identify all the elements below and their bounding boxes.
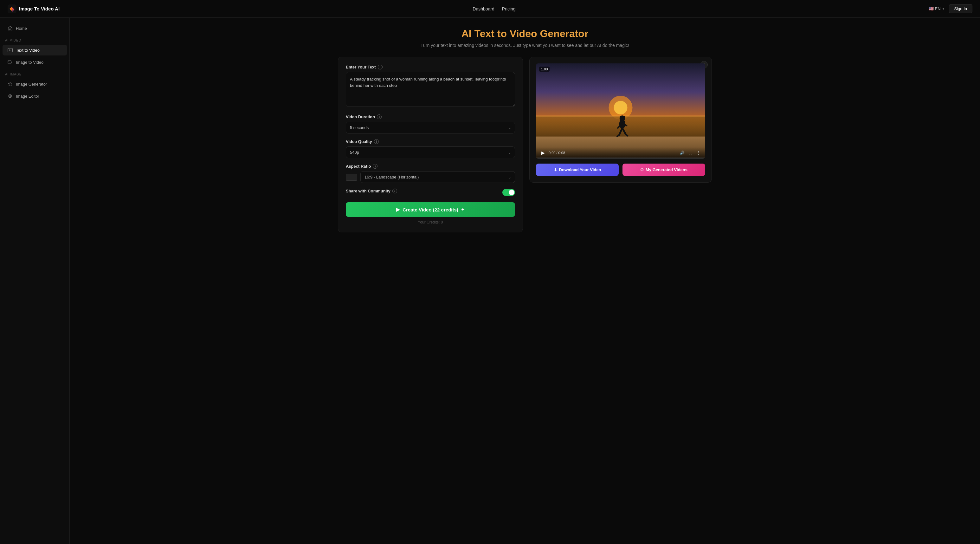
my-generated-videos-button[interactable]: ⊙ My Generated Videos	[622, 164, 705, 176]
text-info-icon[interactable]: i	[378, 65, 383, 69]
home-icon	[8, 26, 13, 31]
header: Image To Video AI Dashboard Pricing 🇺🇸 E…	[0, 0, 980, 18]
svg-point-11	[614, 101, 628, 115]
video-card: ✕	[529, 57, 712, 183]
main-content: AI Text to Video Generator Turn your tex…	[70, 18, 980, 544]
cards-row: Enter Your Text i Video Duration i 5 sec…	[338, 57, 712, 232]
my-videos-label: My Generated Videos	[646, 167, 687, 172]
quality-info-icon[interactable]: i	[374, 139, 379, 144]
logo[interactable]: Image To Video AI	[8, 5, 60, 13]
fullscreen-button[interactable]: ⛶	[687, 150, 693, 156]
header-nav: Dashboard Pricing	[473, 6, 515, 11]
header-right: 🇺🇸 EN ▼ Sign In	[929, 4, 972, 13]
download-label: Download Your Video	[559, 167, 601, 172]
duration-select[interactable]: 5 seconds 10 seconds 15 seconds	[346, 122, 515, 134]
create-play-icon: ▶	[396, 207, 400, 212]
sidebar-item-image-to-video[interactable]: Image to Video	[3, 57, 67, 68]
svg-point-17	[620, 115, 625, 119]
play-button[interactable]: ▶	[540, 150, 546, 156]
nav-pricing[interactable]: Pricing	[502, 6, 515, 11]
duration-group: Video Duration i 5 seconds 10 seconds 15…	[346, 115, 515, 134]
quality-select[interactable]: 540p 720p 1080p	[346, 146, 515, 158]
sidebar-section-ai-video: AI VIDEO	[0, 35, 69, 43]
aspect-group: Aspect Ratio i 16:9 - Landscape (Horizon…	[346, 164, 515, 183]
sidebar-item-image-editor[interactable]: Image Editor	[3, 91, 67, 102]
progress-bar[interactable]	[536, 157, 705, 159]
download-icon: ⬇	[554, 167, 557, 172]
aspect-info-icon[interactable]: i	[373, 164, 377, 169]
action-buttons: ⬇ Download Your Video ⊙ My Generated Vid…	[536, 164, 705, 176]
video-controls: ▶ 0:00 / 0:08 🔊 ⛶ ⋮	[536, 147, 705, 159]
image-editor-icon	[8, 94, 13, 99]
sidebar-image-editor-label: Image Editor	[16, 94, 39, 99]
logo-text: Image To Video AI	[19, 6, 60, 11]
aspect-select[interactable]: 16:9 - Landscape (Horizontal) 9:16 - Por…	[360, 171, 515, 183]
nav-dashboard[interactable]: Dashboard	[473, 6, 495, 11]
quality-group: Video Quality i 540p 720p 1080p	[346, 139, 515, 158]
quality-select-wrapper: 540p 720p 1080p	[346, 146, 515, 158]
text-input[interactable]	[346, 72, 515, 107]
text-label: Enter Your Text i	[346, 65, 515, 69]
sidebar-image-to-video-label: Image to Video	[16, 60, 43, 65]
video-timestamp: 1.00	[539, 67, 550, 72]
page-subtitle: Turn your text into amazing videos in se…	[421, 43, 629, 48]
page-title: AI Text to Video Generator	[461, 28, 589, 40]
svg-point-6	[10, 95, 11, 97]
share-info-icon[interactable]: i	[392, 189, 397, 193]
lang-text: 🇺🇸 EN	[929, 6, 941, 11]
svg-point-5	[8, 94, 12, 98]
chevron-down-icon: ▼	[942, 7, 945, 11]
credits-display: Your Credits: 0	[346, 220, 515, 224]
image-video-icon	[8, 60, 13, 65]
download-button[interactable]: ⬇ Download Your Video	[536, 164, 619, 176]
sign-in-button[interactable]: Sign In	[949, 4, 972, 13]
volume-button[interactable]: 🔊	[679, 150, 685, 156]
logo-icon	[8, 5, 16, 13]
aspect-preview	[346, 174, 357, 181]
duration-label: Video Duration i	[346, 115, 515, 119]
quality-label: Video Quality i	[346, 139, 515, 144]
share-toggle[interactable]	[502, 189, 515, 196]
my-videos-icon: ⊙	[640, 167, 644, 172]
share-row: Share with Community i	[346, 189, 515, 196]
svg-point-3	[8, 61, 9, 62]
create-video-button[interactable]: ▶ Create Video (22 credits) ✦	[346, 202, 515, 217]
create-sparkle-icon: ✦	[461, 207, 465, 212]
create-button-label: Create Video (22 credits)	[402, 207, 458, 212]
aspect-label: Aspect Ratio i	[346, 164, 515, 169]
sidebar: Home AI VIDEO Text to Video Image to Vid…	[0, 18, 70, 544]
form-card: Enter Your Text i Video Duration i 5 sec…	[338, 57, 523, 232]
text-video-icon	[8, 48, 13, 52]
lang-selector[interactable]: 🇺🇸 EN ▼	[929, 6, 945, 11]
aspect-ratio-wrapper: 16:9 - Landscape (Horizontal) 9:16 - Por…	[346, 171, 515, 183]
sidebar-image-generator-label: Image Generator	[16, 82, 47, 87]
video-player: 1.00 ▶ 0:00 / 0:08 🔊 ⛶ ⋮	[536, 64, 705, 159]
sidebar-item-home[interactable]: Home	[3, 23, 67, 33]
video-time: 0:00 / 0:08	[549, 151, 677, 155]
sidebar-text-to-video-label: Text to Video	[16, 48, 40, 52]
share-label: Share with Community i	[346, 189, 397, 193]
sidebar-home-label: Home	[16, 26, 27, 31]
duration-select-wrapper: 5 seconds 10 seconds 15 seconds	[346, 122, 515, 134]
svg-rect-2	[8, 60, 11, 64]
sidebar-item-text-to-video[interactable]: Text to Video	[3, 45, 67, 56]
sidebar-item-image-generator[interactable]: Image Generator	[3, 79, 67, 89]
sidebar-section-ai-image: AI IMAGE	[0, 69, 69, 77]
duration-info-icon[interactable]: i	[377, 115, 382, 119]
aspect-select-wrapper: 16:9 - Landscape (Horizontal) 9:16 - Por…	[360, 171, 515, 183]
svg-marker-4	[8, 82, 12, 86]
text-input-group: Enter Your Text i	[346, 65, 515, 108]
more-options-button[interactable]: ⋮	[696, 150, 702, 156]
image-generator-icon	[8, 81, 13, 87]
app-layout: Home AI VIDEO Text to Video Image to Vid…	[0, 18, 980, 544]
video-scene	[536, 64, 705, 159]
